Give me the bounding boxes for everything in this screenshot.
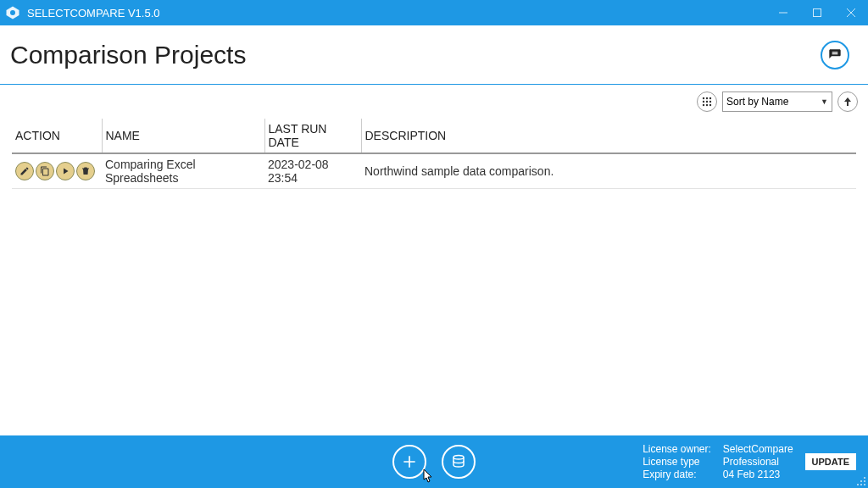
run-button[interactable] <box>56 162 75 180</box>
notes-button[interactable] <box>821 41 849 69</box>
svg-point-20 <box>860 484 862 485</box>
close-button[interactable] <box>834 0 868 25</box>
svg-point-11 <box>709 101 711 103</box>
sort-select-label: Sort by Name <box>726 96 788 108</box>
cell-description: Northwind sample data comparison. <box>361 153 856 189</box>
add-project-button[interactable] <box>392 445 426 479</box>
svg-point-1 <box>10 10 15 15</box>
update-button[interactable]: UPDATE <box>805 453 856 470</box>
license-info: License owner: SelectCompare License typ… <box>643 443 793 480</box>
svg-point-8 <box>709 97 711 99</box>
svg-point-7 <box>706 97 708 99</box>
license-owner-value: SelectCompare <box>723 443 793 455</box>
col-header-description[interactable]: DESCRIPTION <box>361 119 856 153</box>
resize-grip-icon[interactable] <box>856 476 866 486</box>
page-header: Comparison Projects <box>0 25 868 85</box>
database-button[interactable] <box>442 445 476 479</box>
svg-point-19 <box>864 484 865 485</box>
page-title: Comparison Projects <box>10 41 246 69</box>
svg-point-6 <box>703 97 704 99</box>
window-title: SELECTCOMPARE V1.5.0 <box>27 7 160 19</box>
play-icon <box>60 166 70 176</box>
expiry-label: Expiry date: <box>643 469 711 480</box>
chevron-down-icon: ▼ <box>821 97 828 106</box>
sort-direction-button[interactable] <box>837 92 858 112</box>
maximize-button[interactable] <box>800 0 834 25</box>
svg-point-15 <box>453 456 464 460</box>
svg-point-21 <box>857 484 859 485</box>
license-owner-label: License owner: <box>643 443 711 455</box>
app-logo-icon <box>5 5 20 20</box>
edit-button[interactable] <box>15 162 34 180</box>
cell-last-run: 2023-02-08 23:54 <box>264 153 361 189</box>
sort-select[interactable]: Sort by Name ▼ <box>722 92 832 112</box>
grid-icon <box>702 97 712 107</box>
svg-point-18 <box>860 480 862 482</box>
svg-point-16 <box>864 477 865 479</box>
col-header-last-run[interactable]: LAST RUN DATE <box>264 119 361 153</box>
svg-rect-3 <box>814 9 821 17</box>
projects-table-wrap: ACTION NAME LAST RUN DATE DESCRIPTION <box>0 119 868 435</box>
arrow-up-icon <box>843 97 853 107</box>
svg-point-10 <box>706 101 708 103</box>
database-icon <box>451 454 466 469</box>
grid-view-button[interactable] <box>697 92 717 112</box>
plus-icon <box>401 453 418 470</box>
titlebar: SELECTCOMPARE V1.5.0 <box>0 0 868 25</box>
license-type-value: Professional <box>723 456 793 468</box>
minimize-button[interactable] <box>766 0 800 25</box>
notes-icon <box>828 48 842 62</box>
expiry-value: 04 Feb 2123 <box>723 469 793 480</box>
trash-icon <box>81 166 91 176</box>
svg-point-13 <box>706 104 708 106</box>
toolbar: Sort by Name ▼ <box>0 85 868 119</box>
svg-point-17 <box>864 480 865 482</box>
delete-button[interactable] <box>76 162 95 180</box>
col-header-action[interactable]: ACTION <box>12 119 102 153</box>
table-row[interactable]: Comparing Excel Spreadsheets 2023-02-08 … <box>12 153 856 189</box>
col-header-name[interactable]: NAME <box>102 119 264 153</box>
svg-point-12 <box>703 104 704 106</box>
projects-table: ACTION NAME LAST RUN DATE DESCRIPTION <box>12 119 856 189</box>
svg-point-9 <box>703 101 704 103</box>
footer: License owner: SelectCompare License typ… <box>0 435 868 488</box>
cell-name: Comparing Excel Spreadsheets <box>102 153 264 189</box>
svg-point-14 <box>709 104 711 106</box>
pencil-icon <box>19 166 30 176</box>
copy-icon <box>40 166 50 176</box>
copy-button[interactable] <box>36 162 54 180</box>
license-type-label: License type <box>643 456 711 468</box>
